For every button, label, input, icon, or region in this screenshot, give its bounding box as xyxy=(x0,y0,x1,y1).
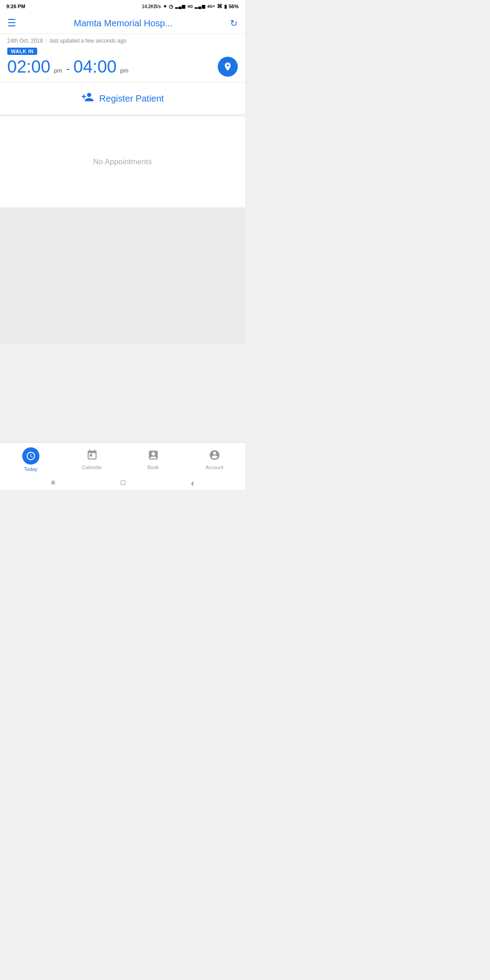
register-patient-section[interactable]: Register Patient xyxy=(0,83,245,115)
start-time: 02:00 xyxy=(7,58,50,75)
end-time: 04:00 xyxy=(74,58,117,75)
app-header: ☰ Mamta Memorial Hosp... ↻ xyxy=(0,13,245,34)
calendar-icon xyxy=(86,449,98,463)
status-right: 14.2KB/s ✦ ◷ ▂▄▆ 4G ▂▄▆ 4G+ ⌘ ▮ 56% xyxy=(142,3,239,10)
pin-button[interactable] xyxy=(218,57,238,77)
time-row: 02:00 pm - 04:00 pm xyxy=(7,57,238,77)
battery-percentage: 56% xyxy=(229,4,239,9)
walk-in-badge: WALK IN xyxy=(7,48,37,55)
network-4g-2: 4G+ xyxy=(207,4,215,9)
alarm-icon: ◷ xyxy=(169,4,173,10)
nav-label-calendar: Calendar xyxy=(82,465,102,470)
android-nav-bar: ≡ □ ‹ xyxy=(0,475,245,490)
bottom-nav: Today Calendar Book Account xyxy=(0,442,245,475)
network-4g-1: 4G xyxy=(187,4,193,9)
time-dash: - xyxy=(66,62,70,76)
nav-label-account: Account xyxy=(206,465,224,470)
nav-label-book: Book xyxy=(147,465,159,470)
appointments-section: No Appointments xyxy=(0,117,245,207)
battery-icon: ▮ xyxy=(224,4,227,10)
nav-item-calendar[interactable]: Calendar xyxy=(76,449,108,470)
time-range: 02:00 pm - 04:00 pm xyxy=(7,58,128,76)
nav-item-book[interactable]: Book xyxy=(137,449,169,470)
register-patient-label: Register Patient xyxy=(99,93,164,104)
nav-item-today[interactable]: Today xyxy=(15,447,47,472)
subheader: 24th Oct, 2018 | last updated a few seco… xyxy=(0,34,245,83)
today-icon xyxy=(22,447,39,465)
menu-icon[interactable]: ☰ xyxy=(7,17,16,29)
refresh-icon[interactable]: ↻ xyxy=(230,18,238,29)
android-home-btn[interactable]: □ xyxy=(121,479,125,487)
status-time: 9:26 PM xyxy=(6,4,25,9)
walk-in-badge-container: WALK IN xyxy=(7,47,238,57)
book-icon xyxy=(147,449,159,463)
app-title: Mamta Memorial Hosp... xyxy=(16,18,230,29)
account-icon xyxy=(209,449,220,463)
pin-icon xyxy=(223,62,233,72)
register-patient-icon xyxy=(81,91,94,106)
date-text: 24th Oct, 2018 xyxy=(7,38,43,44)
clock-icon xyxy=(26,451,36,461)
status-bar: 9:26 PM 14.2KB/s ✦ ◷ ▂▄▆ 4G ▂▄▆ 4G+ ⌘ ▮ … xyxy=(0,0,245,13)
nav-item-account[interactable]: Account xyxy=(199,449,230,470)
wifi-icon: ⌘ xyxy=(217,3,222,10)
gray-area xyxy=(0,207,245,343)
date-row: 24th Oct, 2018 | last updated a few seco… xyxy=(7,38,238,44)
android-menu-btn[interactable]: ≡ xyxy=(51,479,55,487)
no-appointments-text: No Appointments xyxy=(93,157,152,167)
android-back-btn[interactable]: ‹ xyxy=(191,478,194,488)
nav-label-today: Today xyxy=(24,466,37,472)
network-speed: 14.2KB/s xyxy=(142,4,161,9)
date-separator: | xyxy=(46,38,47,44)
signal-icon-2: ▂▄▆ xyxy=(195,4,205,9)
main-content: 24th Oct, 2018 | last updated a few seco… xyxy=(0,34,245,343)
bluetooth-icon: ✦ xyxy=(163,4,167,10)
start-suffix: pm xyxy=(54,67,62,74)
last-updated-text: last updated a few seconds ago xyxy=(50,38,127,44)
end-suffix: pm xyxy=(120,67,128,74)
signal-icon: ▂▄▆ xyxy=(175,4,186,9)
